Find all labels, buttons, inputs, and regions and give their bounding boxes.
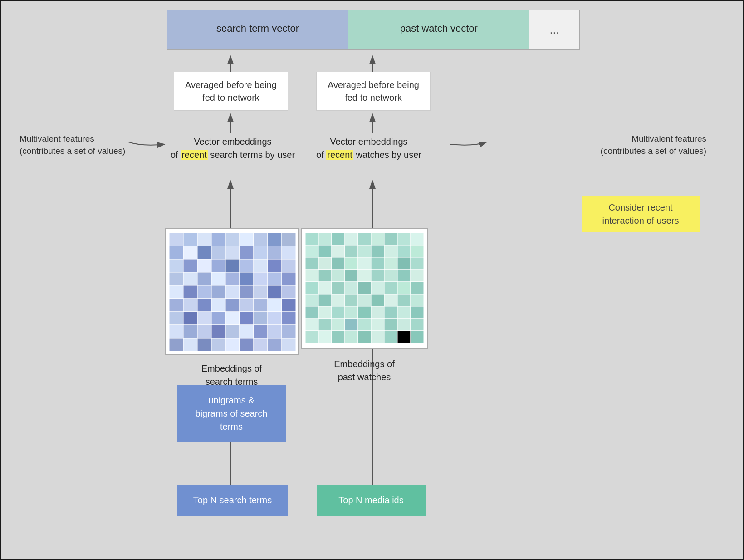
svg-rect-14 (211, 233, 225, 246)
svg-rect-41 (211, 272, 225, 285)
svg-rect-61 (240, 299, 254, 312)
svg-rect-73 (282, 312, 296, 325)
multivalent-left: Multivalent features(contributes a set o… (20, 133, 128, 157)
svg-rect-129 (318, 282, 332, 294)
svg-rect-156 (318, 319, 332, 331)
svg-rect-108 (397, 245, 411, 257)
svg-rect-54 (268, 285, 282, 299)
svg-rect-69 (225, 312, 240, 325)
svg-rect-60 (225, 299, 240, 312)
svg-rect-42 (225, 272, 240, 285)
svg-rect-140 (345, 294, 358, 306)
svg-rect-138 (318, 294, 332, 306)
svg-rect-28 (282, 246, 296, 259)
svg-rect-134 (384, 282, 397, 294)
svg-rect-145 (411, 294, 424, 306)
svg-rect-135 (397, 282, 411, 294)
svg-rect-49 (197, 285, 211, 299)
svg-rect-23 (211, 246, 225, 259)
averaged-box-left: Averaged before beingfed to network (174, 72, 288, 111)
svg-rect-87 (225, 338, 240, 351)
multivalent-right-text: Multivalent features(contributes a set o… (601, 134, 706, 156)
svg-rect-50 (211, 285, 225, 299)
svg-rect-57 (183, 299, 197, 312)
svg-rect-80 (254, 325, 268, 338)
svg-rect-56 (169, 299, 183, 312)
svg-rect-167 (345, 331, 358, 343)
svg-rect-44 (254, 272, 268, 285)
svg-rect-85 (197, 338, 211, 351)
svg-rect-98 (384, 233, 397, 245)
svg-rect-97 (371, 233, 384, 245)
svg-rect-116 (384, 257, 397, 270)
svg-rect-90 (268, 338, 282, 351)
svg-rect-35 (254, 259, 268, 272)
svg-rect-171 (397, 331, 411, 343)
svg-rect-144 (397, 294, 411, 306)
svg-rect-109 (411, 245, 424, 257)
vec-embed-right-text: Vector embeddingsof recent watches by us… (316, 137, 421, 160)
svg-rect-21 (183, 246, 197, 259)
averaged-box-right: Averaged before beingfed to network (316, 72, 431, 111)
multivalent-right: Multivalent features(contributes a set o… (579, 133, 706, 157)
past-watch-label: past watch vector (400, 23, 478, 34)
svg-rect-36 (268, 259, 282, 272)
svg-rect-55 (282, 285, 296, 299)
svg-rect-12 (183, 233, 197, 246)
svg-rect-62 (254, 299, 268, 312)
svg-rect-137 (305, 294, 318, 306)
svg-rect-17 (254, 233, 268, 246)
svg-rect-88 (240, 338, 254, 351)
svg-rect-154 (411, 306, 424, 319)
svg-rect-68 (211, 312, 225, 325)
search-term-label: search term vector (216, 23, 299, 34)
svg-rect-99 (397, 233, 411, 245)
svg-rect-123 (358, 270, 371, 282)
svg-rect-151 (371, 306, 384, 319)
svg-rect-165 (318, 331, 332, 343)
svg-rect-25 (240, 246, 254, 259)
svg-rect-163 (411, 319, 424, 331)
svg-rect-92 (305, 233, 318, 245)
svg-rect-71 (254, 312, 268, 325)
svg-rect-43 (240, 272, 254, 285)
svg-rect-31 (197, 259, 211, 272)
svg-rect-86 (211, 338, 225, 351)
top-n-media-text: Top N media ids (338, 495, 403, 505)
svg-rect-118 (411, 257, 424, 270)
svg-rect-114 (358, 257, 371, 270)
averaged-left-text: Averaged before beingfed to network (185, 80, 277, 103)
svg-rect-111 (318, 257, 332, 270)
svg-rect-117 (397, 257, 411, 270)
svg-rect-95 (345, 233, 358, 245)
svg-rect-94 (332, 233, 345, 245)
averaged-right-text: Averaged before beingfed to network (328, 80, 419, 103)
svg-rect-168 (358, 331, 371, 343)
svg-rect-89 (254, 338, 268, 351)
svg-rect-29 (169, 259, 183, 272)
svg-rect-160 (371, 319, 384, 331)
svg-rect-103 (332, 245, 345, 257)
svg-rect-91 (282, 338, 296, 351)
svg-rect-139 (332, 294, 345, 306)
vec-embed-left-text: Vector embeddingsof recent search terms … (171, 137, 295, 160)
svg-rect-153 (397, 306, 411, 319)
dots-label: ... (549, 23, 559, 37)
teal-grid-svg (305, 233, 425, 346)
svg-rect-101 (305, 245, 318, 257)
svg-rect-125 (384, 270, 397, 282)
svg-rect-74 (169, 325, 183, 338)
svg-rect-13 (197, 233, 211, 246)
vec-embed-right: Vector embeddingsof recent watches by us… (301, 135, 437, 162)
unigrams-text: unigrams &bigrams of searchterms (196, 395, 268, 432)
svg-rect-53 (254, 285, 268, 299)
svg-rect-152 (384, 306, 397, 319)
svg-rect-130 (332, 282, 345, 294)
svg-rect-158 (345, 319, 358, 331)
blue-grid-svg: /* We'll draw this via inline rects */ (169, 233, 296, 353)
svg-rect-33 (225, 259, 240, 272)
search-embed-text: Embeddings ofsearch terms (201, 364, 262, 387)
svg-rect-65 (169, 312, 183, 325)
svg-rect-15 (225, 233, 240, 246)
svg-rect-141 (358, 294, 371, 306)
